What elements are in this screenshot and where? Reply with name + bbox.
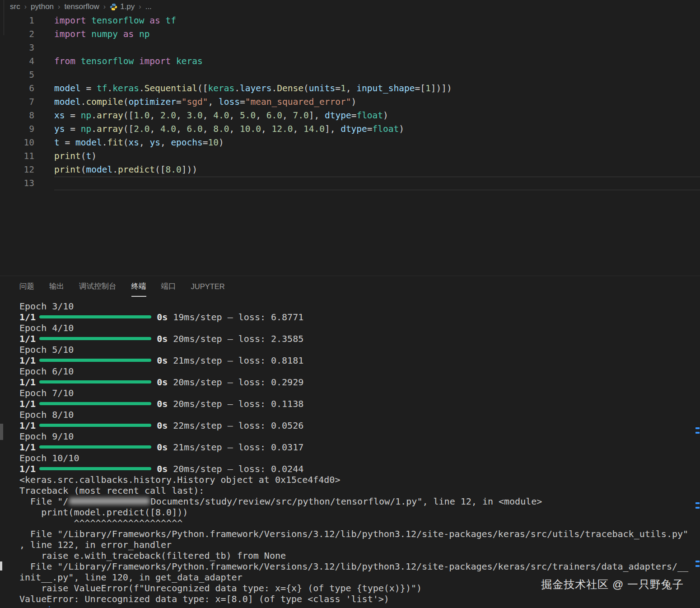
- breadcrumb-item-python[interactable]: python: [31, 2, 54, 11]
- progress-stats: 22ms/step — loss: 0.0526: [168, 420, 303, 431]
- code-text: xs = np.array([1.0, 2.0, 3.0, 4.0, 5.0, …: [54, 109, 700, 122]
- code-text: t = model.fit(xs, ys, epochs=10): [54, 136, 700, 150]
- panel-tab-ports[interactable]: 端口: [161, 276, 176, 297]
- code-line-3[interactable]: 3: [0, 41, 700, 55]
- progress-stats: 20ms/step — loss: 0.0244: [168, 463, 303, 474]
- progress-bar: [39, 380, 151, 384]
- code-line-5[interactable]: 5: [0, 68, 700, 82]
- terminal-line: Epoch 8/10: [19, 409, 700, 420]
- line-number: 3: [0, 41, 34, 55]
- redacted-text: [69, 498, 149, 505]
- progress-bar: [39, 467, 151, 470]
- line-number: 5: [0, 68, 34, 82]
- line-number: 13: [0, 177, 34, 190]
- progress-stats: 21ms/step — loss: 0.8181: [168, 355, 303, 366]
- panel-tab-debug-console[interactable]: 调试控制台: [79, 276, 117, 297]
- panel-tab-problems[interactable]: 问题: [19, 276, 34, 297]
- code-line-7[interactable]: 7model.compile(optimizer="sgd", loss="me…: [0, 95, 700, 109]
- code-line-13[interactable]: 13: [0, 177, 700, 190]
- code-line-9[interactable]: 9ys = np.array([2.0, 4.0, 6.0, 8.0, 10.0…: [0, 122, 700, 136]
- code-text: ys = np.array([2.0, 4.0, 6.0, 8.0, 10.0,…: [54, 122, 700, 136]
- terminal-line: File "/Library/Frameworks/Python.framewo…: [19, 528, 700, 539]
- breadcrumb-item-1py[interactable]: 1.py: [110, 2, 135, 11]
- terminal-line: print(model.predict([8.0])): [19, 507, 700, 518]
- terminal-line: Epoch 4/10: [19, 323, 700, 333]
- breadcrumb-item-src[interactable]: src: [10, 2, 20, 11]
- chevron-right-icon: ›: [139, 3, 141, 11]
- code-line-4[interactable]: 4from tensorflow import keras: [0, 55, 700, 68]
- line-number: 1: [0, 14, 34, 28]
- code-line-10[interactable]: 10t = model.fit(xs, ys, epochs=10): [0, 136, 700, 150]
- line-number: 6: [0, 82, 34, 95]
- progress-time: 0s: [157, 377, 168, 388]
- progress-step-count: 1/1: [19, 355, 36, 366]
- code-line-6[interactable]: 6model = tf.keras.Sequential([keras.laye…: [0, 82, 700, 95]
- panel-tab-terminal[interactable]: 终端: [131, 276, 146, 297]
- terminal-line: raise e.with_traceback(filtered_tb) from…: [19, 550, 700, 561]
- terminal-line: 1/10s 19ms/step — loss: 6.8771: [19, 312, 700, 323]
- terminal-line: Epoch 6/10: [19, 366, 700, 377]
- code-line-8[interactable]: 8xs = np.array([1.0, 2.0, 3.0, 4.0, 5.0,…: [0, 109, 700, 122]
- progress-step-count: 1/1: [19, 333, 36, 344]
- terminal-line: Traceback (most recent call last):: [19, 485, 700, 496]
- progress-stats: 20ms/step — loss: 2.3585: [168, 333, 303, 344]
- chevron-right-icon: ›: [58, 3, 60, 11]
- progress-step-count: 1/1: [19, 442, 36, 453]
- panel-tabs: 问题输出调试控制台终端端口JUPYTER: [0, 276, 700, 297]
- terminal-line: Epoch 9/10: [19, 431, 700, 442]
- progress-step-count: 1/1: [19, 398, 36, 409]
- scrollbar-annotation: [695, 507, 700, 509]
- progress-step-count: 1/1: [19, 377, 36, 388]
- progress-bar: [39, 359, 151, 362]
- scrollbar-annotation: [695, 565, 700, 567]
- code-text: model.compile(optimizer="sgd", loss="mea…: [54, 95, 700, 109]
- progress-time: 0s: [157, 355, 168, 366]
- progress-bar: [39, 315, 151, 318]
- terminal-line: 1/10s 21ms/step — loss: 0.8181: [19, 355, 700, 366]
- panel-tab-jupyter[interactable]: JUPYTER: [191, 276, 225, 297]
- code-editor[interactable]: 1import tensorflow as tf2import numpy as…: [0, 14, 700, 190]
- watermark: 掘金技术社区 @ 一只野兔子: [541, 577, 684, 592]
- terminal-line: <keras.src.callbacks.history.History obj…: [19, 474, 700, 485]
- progress-bar: [39, 445, 151, 449]
- progress-bar: [39, 337, 151, 340]
- breadcrumb-item-[interactable]: ...: [145, 2, 152, 11]
- code-line-12[interactable]: 12print(model.predict([8.0])): [0, 163, 700, 177]
- code-text: [54, 177, 700, 190]
- terminal-line: 1/10s 21ms/step — loss: 0.0317: [19, 442, 700, 453]
- progress-stats: 19ms/step — loss: 6.8771: [168, 312, 303, 323]
- terminal-line: Epoch 3/10: [19, 301, 700, 312]
- terminal-line: 1/10s 20ms/step — loss: 2.3585: [19, 333, 700, 344]
- progress-stats: 21ms/step — loss: 0.0317: [168, 442, 303, 453]
- code-line-2[interactable]: 2import numpy as np: [0, 28, 700, 41]
- panel-tab-output[interactable]: 输出: [49, 276, 64, 297]
- terminal-output[interactable]: Epoch 3/101/10s 19ms/step — loss: 6.8771…: [0, 301, 700, 608]
- code-text: print(model.predict([8.0])): [54, 163, 700, 177]
- code-text: import tensorflow as tf: [54, 14, 700, 28]
- line-number: 4: [0, 55, 34, 68]
- terminal-line: ValueError: Unrecognized data type: x=[8…: [19, 594, 700, 604]
- line-number: 7: [0, 95, 34, 109]
- chevron-right-icon: ›: [24, 3, 27, 11]
- breadcrumb-label: src: [10, 2, 20, 11]
- terminal-line: File "/Library/Frameworks/Python.framewo…: [19, 561, 700, 572]
- breadcrumb-label: python: [31, 2, 54, 11]
- progress-time: 0s: [157, 333, 168, 344]
- code-line-1[interactable]: 1import tensorflow as tf: [0, 14, 700, 28]
- code-line-11[interactable]: 11print(t): [0, 150, 700, 163]
- line-number: 12: [0, 163, 34, 177]
- left-edge-highlight: [0, 561, 2, 571]
- breadcrumb-item-tensorflow[interactable]: tensorflow: [64, 2, 99, 11]
- terminal-line: , line 122, in error_handler: [19, 539, 700, 550]
- terminal-line: Epoch 5/10: [19, 344, 700, 355]
- terminal-line: ^^^^^^^^^^^^^^^^^^^^: [19, 518, 700, 528]
- code-text: import numpy as np: [54, 28, 700, 41]
- code-text: model = tf.keras.Sequential([keras.layer…: [54, 82, 700, 95]
- progress-stats: 20ms/step — loss: 0.2929: [168, 377, 303, 388]
- progress-time: 0s: [157, 312, 168, 323]
- python-icon: [110, 3, 117, 11]
- terminal-line: Epoch 10/10: [19, 453, 700, 463]
- code-text: print(t): [54, 150, 700, 163]
- breadcrumb-label: 1.py: [120, 2, 135, 11]
- vscode-window: src›python›tensorflow›1.py›... 1import t…: [0, 0, 700, 608]
